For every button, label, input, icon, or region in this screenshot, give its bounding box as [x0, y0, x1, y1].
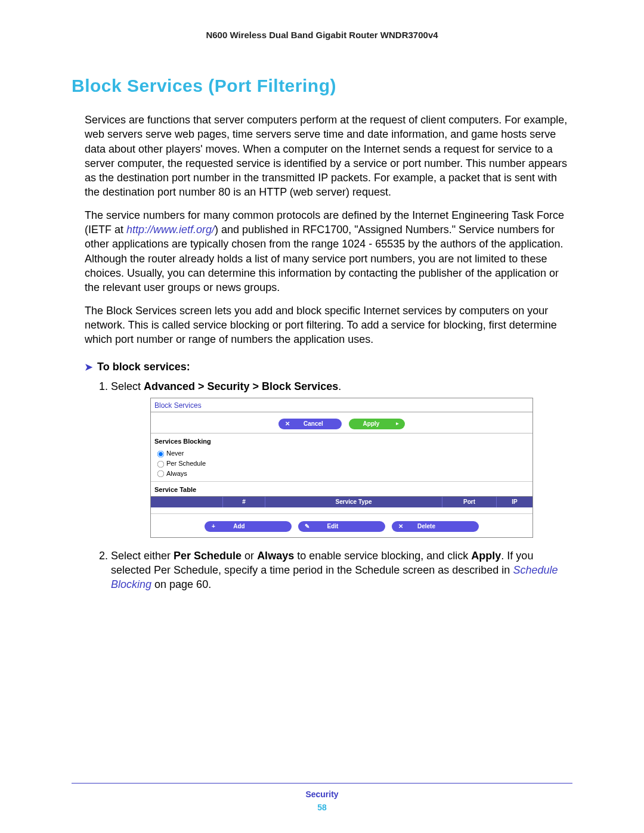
panel-title: Block Services	[151, 398, 532, 413]
cancel-button[interactable]: Cancel	[278, 419, 342, 429]
page-footer: Security 58	[72, 789, 572, 812]
col-port: Port	[442, 497, 497, 507]
panel-top-buttons: Cancel Apply	[151, 413, 532, 433]
page-header: N600 Wireless Dual Band Gigabit Router W…	[72, 30, 572, 40]
step2-per-schedule: Per Schedule	[174, 550, 242, 562]
cancel-label: Cancel	[295, 419, 331, 429]
radio-never-row: Never	[151, 448, 532, 459]
step1-path: Advanced > Security > Block Services	[144, 380, 338, 392]
footer-divider	[72, 783, 572, 784]
block-services-panel: Block Services Cancel Apply Services Blo…	[150, 398, 533, 538]
radio-per-schedule[interactable]	[157, 460, 165, 467]
col-type: Service Type	[265, 497, 442, 507]
plus-icon	[209, 521, 218, 532]
task-heading: ➤To block services:	[85, 361, 572, 373]
paragraph-3: The Block Services screen lets you add a…	[72, 304, 572, 347]
delete-button[interactable]: Delete	[392, 521, 479, 532]
footer-section: Security	[305, 789, 338, 799]
section-title: Block Services (Port Filtering)	[72, 76, 572, 96]
step-1: Select Advanced > Security > Block Servi…	[111, 379, 572, 537]
edit-button[interactable]: Edit	[298, 521, 385, 532]
close-icon	[397, 521, 405, 532]
paragraph-2: The service numbers for many common prot…	[72, 208, 572, 295]
task-heading-text: To block services:	[97, 361, 190, 373]
step2-d: to enable service blocking, and click	[294, 550, 471, 562]
chevron-right-icon: ➤	[85, 361, 92, 373]
add-button[interactable]: Add	[205, 521, 292, 532]
radio-never[interactable]	[157, 450, 165, 457]
step2-f: on page 60.	[151, 578, 211, 590]
radio-per-schedule-row: Per Schedule	[151, 459, 532, 469]
service-table-buttons: Add Edit Delete	[151, 514, 532, 537]
radio-per-schedule-label: Per Schedule	[166, 460, 206, 467]
footer-page-number: 58	[72, 803, 572, 812]
col-blank	[151, 497, 223, 507]
service-table-label: Service Table	[151, 481, 532, 497]
radio-always[interactable]	[157, 470, 165, 478]
col-num: #	[223, 497, 265, 507]
apply-button[interactable]: Apply	[349, 419, 405, 429]
pencil-icon	[303, 521, 311, 532]
service-table-header: # Service Type Port IP	[151, 496, 532, 507]
close-icon	[283, 419, 292, 429]
step2-c: or	[242, 550, 257, 562]
step2-always: Always	[257, 550, 294, 562]
delete-label: Delete	[408, 521, 444, 532]
service-table-empty	[151, 507, 532, 514]
step2-a: Select either	[111, 550, 174, 562]
apply-label: Apply	[354, 419, 389, 429]
services-blocking-label: Services Blocking	[151, 433, 532, 448]
radio-always-label: Always	[166, 470, 187, 477]
radio-never-label: Never	[166, 450, 184, 457]
radio-always-row: Always	[151, 469, 532, 479]
add-label: Add	[221, 521, 257, 532]
step-2: Select either Per Schedule or Always to …	[111, 549, 572, 592]
step2-apply: Apply	[471, 550, 501, 562]
col-ip: IP	[497, 497, 532, 507]
step1-prefix: Select	[111, 380, 144, 392]
step1-suffix: .	[338, 380, 341, 392]
paragraph-1: Services are functions that server compu…	[72, 113, 572, 200]
ietf-link[interactable]: http://www.ietf.org/	[126, 224, 215, 236]
edit-label: Edit	[315, 521, 351, 532]
